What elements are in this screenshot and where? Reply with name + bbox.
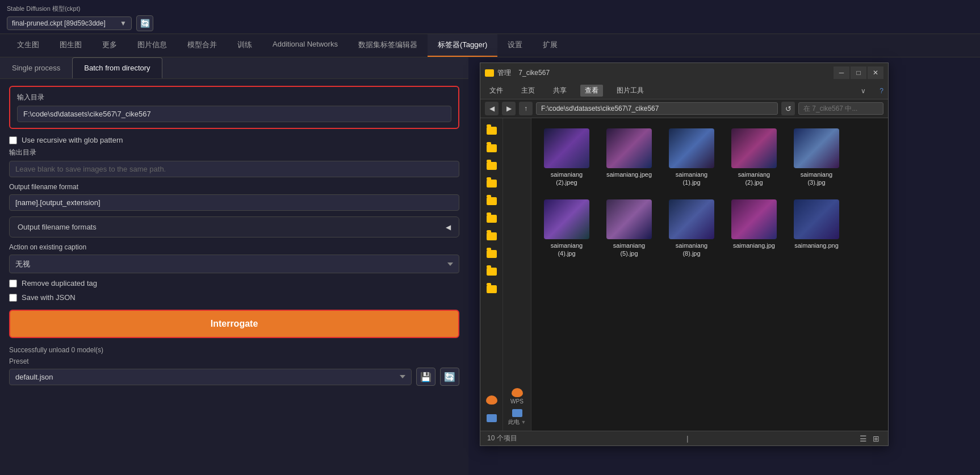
- tab-settings[interactable]: 设置: [497, 34, 533, 57]
- recursive-checkbox[interactable]: [9, 136, 17, 144]
- fe-folder-icon: [485, 69, 494, 77]
- file-thumb-9: [794, 199, 839, 239]
- action-dropdown[interactable]: 无视 覆盖 追加 前置: [9, 255, 459, 273]
- tab-extensions[interactable]: 扩展: [533, 34, 568, 57]
- fe-pc-icon[interactable]: [483, 410, 501, 426]
- action-label: Action on existing caption: [9, 243, 459, 251]
- fe-list-view-button[interactable]: ☰: [858, 434, 869, 443]
- accordion-header[interactable]: Output filename formats ◀: [10, 217, 459, 237]
- fe-ribbon-tab-img-tools[interactable]: 图片工具: [612, 85, 648, 97]
- model-refresh-button[interactable]: 🔄: [136, 15, 153, 31]
- file-item-7[interactable]: saimaniang (8).jpg: [663, 196, 720, 261]
- fe-wps-label[interactable]: WPS: [503, 386, 531, 407]
- fe-maximize-button[interactable]: □: [851, 66, 866, 79]
- output-format-field[interactable]: [9, 194, 459, 211]
- file-item-4[interactable]: saimaniang (3).jpg: [788, 125, 845, 190]
- file-item-5[interactable]: saimaniang (4).jpg: [538, 196, 595, 261]
- nav-tabs: 文生图 图生图 更多 图片信息 模型合并 训练 Additional Netwo…: [0, 34, 980, 57]
- file-thumb-4: [794, 128, 839, 168]
- fe-minimize-button[interactable]: ─: [834, 66, 849, 79]
- fe-wps-icon[interactable]: [483, 392, 501, 408]
- file-thumb-8: [731, 199, 777, 239]
- fe-address-bar: ◀ ▶ ↑ ↺: [480, 99, 888, 118]
- fe-help-icon[interactable]: ?: [880, 87, 883, 95]
- sub-tabs: Single process Batch from directory: [0, 57, 468, 79]
- tab-dataset-tag[interactable]: 数据集标签编辑器: [348, 34, 428, 57]
- file-thumb-6: [606, 199, 652, 239]
- fe-nav-icon-2[interactable]: [483, 140, 501, 156]
- interrogate-button[interactable]: Interrogate: [9, 310, 459, 338]
- save-json-label: Save with JSON: [22, 293, 76, 302]
- fe-nav-icon-6[interactable]: [483, 211, 501, 227]
- tab-model-merge[interactable]: 模型合并: [177, 34, 227, 57]
- preset-refresh-button[interactable]: 🔄: [440, 368, 459, 386]
- sub-tab-single[interactable]: Single process: [0, 57, 72, 78]
- fe-ribbon-tab-file[interactable]: 文件: [485, 85, 508, 97]
- fe-nav-icon-8[interactable]: [483, 246, 501, 262]
- tab-tagger[interactable]: 标签器(Tagger): [428, 34, 497, 57]
- model-value: final-pruned.ckpt [89d59c3dde]: [12, 19, 106, 27]
- fe-nav-icon-9[interactable]: [483, 264, 501, 280]
- fe-window-controls: ─ □ ✕: [834, 66, 883, 79]
- file-item-2[interactable]: saimaniang (1).jpg: [663, 125, 720, 190]
- sub-tab-batch[interactable]: Batch from directory: [72, 57, 162, 78]
- file-item-8[interactable]: saimaniang.jpg: [726, 196, 782, 261]
- file-item-9[interactable]: saimaniang.png: [788, 196, 845, 261]
- save-json-row: Save with JSON: [9, 293, 459, 302]
- fe-forward-button[interactable]: ▶: [502, 102, 516, 115]
- model-dropdown[interactable]: final-pruned.ckpt [89d59c3dde] ▼: [7, 16, 132, 30]
- fe-nav-icon-5[interactable]: [483, 193, 501, 209]
- fe-up-button[interactable]: ↑: [519, 102, 533, 115]
- fe-pc-label[interactable]: 此电 ▼: [503, 407, 531, 428]
- fe-expand-icon[interactable]: ∨: [861, 87, 866, 95]
- fe-ribbon-tab-view[interactable]: 查看: [580, 85, 603, 97]
- file-item-0[interactable]: saimaniang (2).jpeg: [538, 125, 595, 190]
- fe-nav-icon-10[interactable]: [483, 281, 501, 297]
- file-item-3[interactable]: saimaniang (2).jpg: [726, 125, 782, 190]
- preset-section: Preset default.json 💾 🔄: [9, 357, 459, 386]
- preset-save-button[interactable]: 💾: [416, 368, 435, 386]
- fe-left-nav: [480, 118, 503, 431]
- fe-ribbon-tab-home[interactable]: 主页: [517, 85, 539, 97]
- fe-refresh-button[interactable]: ↺: [781, 102, 795, 115]
- tab-train[interactable]: 训练: [227, 34, 262, 57]
- file-name-5: saimaniang (4).jpg: [542, 241, 592, 258]
- file-thumb-2: [669, 128, 714, 168]
- accordion-title: Output filename formats: [18, 223, 97, 231]
- file-name-9: saimaniang.png: [794, 241, 839, 249]
- input-directory-section: 输入目录: [9, 86, 459, 129]
- fe-back-button[interactable]: ◀: [485, 102, 499, 115]
- fe-nav-icon-7[interactable]: [483, 228, 501, 244]
- action-section: Action on existing caption 无视 覆盖 追加 前置: [9, 243, 459, 273]
- file-name-2: saimaniang (1).jpg: [667, 170, 717, 187]
- tab-additional-networks[interactable]: Additional Networks: [262, 34, 348, 57]
- input-label: 输入目录: [17, 93, 451, 102]
- fe-ribbon-tab-share[interactable]: 共享: [548, 85, 571, 97]
- fe-grid-view-button[interactable]: ⊞: [871, 434, 881, 443]
- output-formats-accordion: Output filename formats ◀: [9, 216, 459, 238]
- fe-body: WPS 此电 ▼ saimaniang (2).jpeg saimaniang.…: [480, 118, 888, 431]
- fe-close-button[interactable]: ✕: [868, 66, 883, 79]
- fe-nav-icon-3[interactable]: [483, 158, 501, 174]
- file-item-1[interactable]: saimaniang.jpeg: [601, 125, 657, 190]
- tab-txt2img[interactable]: 文生图: [7, 34, 49, 57]
- input-directory-field[interactable]: [17, 106, 451, 122]
- output-format-label: Output filename format: [9, 183, 459, 191]
- fe-view-buttons: ☰ ⊞: [858, 434, 881, 443]
- file-name-6: saimaniang (5).jpg: [604, 241, 654, 258]
- tab-img2img[interactable]: 图生图: [49, 34, 92, 57]
- preset-dropdown[interactable]: default.json: [9, 369, 412, 385]
- save-json-checkbox[interactable]: [9, 294, 17, 302]
- tab-img-info[interactable]: 图片信息: [127, 34, 177, 57]
- fe-address-input[interactable]: [536, 102, 778, 115]
- remove-dup-checkbox[interactable]: [9, 280, 17, 288]
- file-thumb-5: [544, 199, 589, 239]
- fe-nav-icon-4[interactable]: [483, 176, 501, 191]
- file-item-6[interactable]: saimaniang (5).jpg: [601, 196, 657, 261]
- fe-search-input[interactable]: [798, 102, 883, 115]
- output-directory-field[interactable]: [9, 161, 459, 177]
- output-label: 输出目录: [9, 148, 459, 157]
- tab-more[interactable]: 更多: [92, 34, 127, 57]
- remove-dup-label: Remove duplicated tag: [22, 279, 97, 288]
- fe-nav-icon-1[interactable]: [483, 123, 501, 139]
